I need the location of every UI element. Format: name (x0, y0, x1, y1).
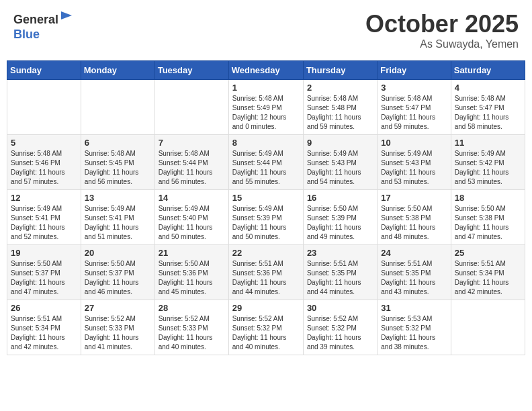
day-number: 30 (307, 303, 373, 313)
day-number: 23 (307, 248, 373, 258)
day-cell-5: 5Sunrise: 5:48 AM Sunset: 5:46 PM Daylig… (7, 135, 81, 190)
day-cell-22: 22Sunrise: 5:51 AM Sunset: 5:36 PM Dayli… (228, 245, 303, 300)
day-info: Sunrise: 5:50 AM Sunset: 5:37 PM Dayligh… (85, 259, 151, 297)
day-info: Sunrise: 5:52 AM Sunset: 5:33 PM Dayligh… (159, 314, 225, 352)
day-info: Sunrise: 5:48 AM Sunset: 5:47 PM Dayligh… (455, 94, 521, 132)
day-info: Sunrise: 5:50 AM Sunset: 5:36 PM Dayligh… (159, 259, 225, 297)
empty-cell (81, 80, 154, 135)
day-info: Sunrise: 5:48 AM Sunset: 5:47 PM Dayligh… (381, 94, 447, 132)
day-cell-16: 16Sunrise: 5:50 AM Sunset: 5:39 PM Dayli… (303, 190, 377, 245)
day-info: Sunrise: 5:49 AM Sunset: 5:39 PM Dayligh… (232, 204, 300, 242)
location: As Suwayda, Yemen (365, 38, 519, 50)
week-row-1: 5Sunrise: 5:48 AM Sunset: 5:46 PM Daylig… (7, 135, 525, 190)
day-number: 6 (85, 138, 151, 148)
day-cell-27: 27Sunrise: 5:52 AM Sunset: 5:33 PM Dayli… (81, 300, 154, 355)
day-cell-2: 2Sunrise: 5:48 AM Sunset: 5:48 PM Daylig… (303, 80, 377, 135)
day-cell-4: 4Sunrise: 5:48 AM Sunset: 5:47 PM Daylig… (451, 80, 525, 135)
empty-cell (154, 80, 228, 135)
day-cell-13: 13Sunrise: 5:49 AM Sunset: 5:41 PM Dayli… (81, 190, 154, 245)
day-cell-17: 17Sunrise: 5:50 AM Sunset: 5:38 PM Dayli… (378, 190, 451, 245)
day-number: 31 (381, 303, 447, 313)
day-cell-14: 14Sunrise: 5:49 AM Sunset: 5:40 PM Dayli… (154, 190, 228, 245)
day-number: 18 (455, 193, 521, 203)
day-number: 10 (381, 138, 447, 148)
day-cell-31: 31Sunrise: 5:53 AM Sunset: 5:32 PM Dayli… (378, 300, 451, 355)
day-cell-18: 18Sunrise: 5:50 AM Sunset: 5:38 PM Dayli… (451, 190, 525, 245)
day-number: 28 (159, 303, 225, 313)
month-title: October 2025 (365, 10, 519, 38)
empty-cell (451, 300, 525, 355)
logo-general: General (13, 13, 58, 26)
day-number: 26 (11, 303, 77, 313)
day-number: 14 (159, 193, 225, 203)
day-cell-3: 3Sunrise: 5:48 AM Sunset: 5:47 PM Daylig… (378, 80, 451, 135)
day-info: Sunrise: 5:51 AM Sunset: 5:35 PM Dayligh… (381, 259, 447, 297)
day-info: Sunrise: 5:52 AM Sunset: 5:33 PM Dayligh… (85, 314, 151, 352)
day-info: Sunrise: 5:51 AM Sunset: 5:36 PM Dayligh… (232, 259, 300, 297)
day-cell-26: 26Sunrise: 5:51 AM Sunset: 5:34 PM Dayli… (7, 300, 81, 355)
day-number: 8 (232, 138, 300, 148)
day-info: Sunrise: 5:48 AM Sunset: 5:44 PM Dayligh… (159, 149, 225, 187)
day-info: Sunrise: 5:49 AM Sunset: 5:41 PM Dayligh… (85, 204, 151, 242)
week-row-4: 26Sunrise: 5:51 AM Sunset: 5:34 PM Dayli… (7, 300, 525, 355)
day-number: 5 (11, 138, 77, 148)
day-cell-21: 21Sunrise: 5:50 AM Sunset: 5:36 PM Dayli… (154, 245, 228, 300)
day-info: Sunrise: 5:53 AM Sunset: 5:32 PM Dayligh… (381, 314, 447, 352)
logo-blue: Blue (13, 28, 40, 41)
day-number: 15 (232, 193, 300, 203)
day-cell-23: 23Sunrise: 5:51 AM Sunset: 5:35 PM Dayli… (303, 245, 377, 300)
day-info: Sunrise: 5:51 AM Sunset: 5:35 PM Dayligh… (307, 259, 373, 297)
day-number: 12 (11, 193, 77, 203)
day-cell-25: 25Sunrise: 5:51 AM Sunset: 5:34 PM Dayli… (451, 245, 525, 300)
weekday-header-monday: Monday (81, 61, 154, 80)
day-number: 24 (381, 248, 447, 258)
day-number: 25 (455, 248, 521, 258)
day-info: Sunrise: 5:51 AM Sunset: 5:34 PM Dayligh… (455, 259, 521, 297)
day-info: Sunrise: 5:49 AM Sunset: 5:42 PM Dayligh… (455, 149, 521, 187)
day-info: Sunrise: 5:49 AM Sunset: 5:43 PM Dayligh… (307, 149, 373, 187)
day-info: Sunrise: 5:48 AM Sunset: 5:46 PM Dayligh… (11, 149, 77, 187)
title-block: October 2025 As Suwayda, Yemen (365, 10, 519, 50)
day-info: Sunrise: 5:51 AM Sunset: 5:34 PM Dayligh… (11, 314, 77, 352)
day-info: Sunrise: 5:49 AM Sunset: 5:40 PM Dayligh… (159, 204, 225, 242)
weekday-header-row: SundayMondayTuesdayWednesdayThursdayFrid… (7, 61, 525, 80)
day-number: 11 (455, 138, 521, 148)
day-number: 7 (159, 138, 225, 148)
weekday-header-wednesday: Wednesday (228, 61, 303, 80)
day-cell-6: 6Sunrise: 5:48 AM Sunset: 5:45 PM Daylig… (81, 135, 154, 190)
day-info: Sunrise: 5:48 AM Sunset: 5:49 PM Dayligh… (232, 94, 300, 132)
day-number: 4 (455, 83, 521, 93)
day-cell-24: 24Sunrise: 5:51 AM Sunset: 5:35 PM Dayli… (378, 245, 451, 300)
weekday-header-tuesday: Tuesday (154, 61, 228, 80)
day-number: 13 (85, 193, 151, 203)
day-number: 20 (85, 248, 151, 258)
week-row-2: 12Sunrise: 5:49 AM Sunset: 5:41 PM Dayli… (7, 190, 525, 245)
day-cell-19: 19Sunrise: 5:50 AM Sunset: 5:37 PM Dayli… (7, 245, 81, 300)
day-info: Sunrise: 5:50 AM Sunset: 5:38 PM Dayligh… (455, 204, 521, 242)
day-number: 3 (381, 83, 447, 93)
day-number: 22 (232, 248, 300, 258)
day-info: Sunrise: 5:52 AM Sunset: 5:32 PM Dayligh… (307, 314, 373, 352)
weekday-header-sunday: Sunday (7, 61, 81, 80)
logo-flag-icon (60, 10, 73, 24)
day-info: Sunrise: 5:49 AM Sunset: 5:41 PM Dayligh… (11, 204, 77, 242)
day-info: Sunrise: 5:49 AM Sunset: 5:44 PM Dayligh… (232, 149, 300, 187)
day-info: Sunrise: 5:50 AM Sunset: 5:38 PM Dayligh… (381, 204, 447, 242)
day-number: 29 (232, 303, 300, 313)
week-row-0: 1Sunrise: 5:48 AM Sunset: 5:49 PM Daylig… (7, 80, 525, 135)
day-number: 2 (307, 83, 373, 93)
day-number: 21 (159, 248, 225, 258)
day-number: 9 (307, 138, 373, 148)
day-cell-8: 8Sunrise: 5:49 AM Sunset: 5:44 PM Daylig… (228, 135, 303, 190)
day-cell-28: 28Sunrise: 5:52 AM Sunset: 5:33 PM Dayli… (154, 300, 228, 355)
day-cell-1: 1Sunrise: 5:48 AM Sunset: 5:49 PM Daylig… (228, 80, 303, 135)
calendar-table: SundayMondayTuesdayWednesdayThursdayFrid… (7, 60, 525, 355)
weekday-header-thursday: Thursday (303, 61, 377, 80)
day-number: 27 (85, 303, 151, 313)
weekday-header-saturday: Saturday (451, 61, 525, 80)
day-cell-10: 10Sunrise: 5:49 AM Sunset: 5:43 PM Dayli… (378, 135, 451, 190)
day-number: 19 (11, 248, 77, 258)
logo: General Blue (13, 10, 73, 42)
day-cell-7: 7Sunrise: 5:48 AM Sunset: 5:44 PM Daylig… (154, 135, 228, 190)
day-cell-29: 29Sunrise: 5:52 AM Sunset: 5:32 PM Dayli… (228, 300, 303, 355)
